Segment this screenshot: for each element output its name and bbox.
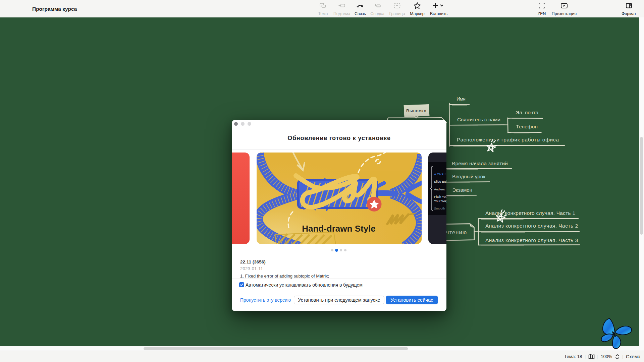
- svg-text:Audienc: Audienc: [434, 187, 446, 191]
- svg-text:Имя: Имя: [457, 96, 466, 102]
- svg-text:Расположение и график работы о: Расположение и график работы офиса: [457, 137, 559, 142]
- svg-text:Время начала занятий: Время начала занятий: [452, 161, 508, 166]
- svg-text:Вводный урок: Вводный урок: [452, 174, 485, 179]
- svg-text:Smooth: Smooth: [434, 206, 445, 210]
- svg-text:Свяжитесь с нами: Свяжитесь с нами: [457, 117, 500, 122]
- svg-text:Hand-drawn Style: Hand-drawn Style: [302, 224, 376, 234]
- svg-text:Анализ конкретного случая. Час: Анализ конкретного случая. Часть 3: [485, 237, 578, 243]
- svg-text:Анализ конкретного случая. Час: Анализ конкретного случая. Часть 1: [485, 210, 575, 216]
- svg-text:чтению: чтению: [446, 229, 467, 235]
- svg-text:Your Way: Your Way: [434, 199, 446, 203]
- svg-text:Эл. почта: Эл. почта: [516, 110, 538, 115]
- svg-text:Анализ конкретного случая. Час: Анализ конкретного случая. Часть 2: [485, 223, 578, 229]
- svg-text:Телефон: Телефон: [516, 124, 538, 129]
- svg-text:Экзамен: Экзамен: [452, 187, 472, 193]
- svg-text:Pitch You: Pitch You: [434, 195, 446, 198]
- svg-text:A Click t: A Click t: [434, 172, 446, 176]
- svg-text:Выноска: Выноска: [406, 108, 426, 113]
- svg-text:Slide Bui: Slide Bui: [434, 180, 446, 183]
